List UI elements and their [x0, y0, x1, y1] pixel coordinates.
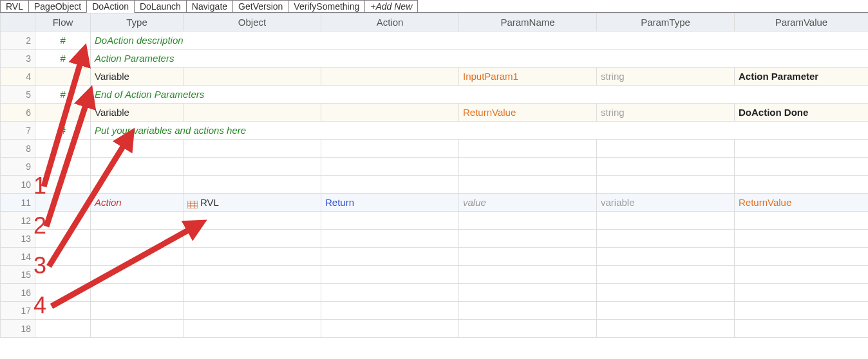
tab-doaction[interactable]: DoAction — [86, 0, 135, 13]
arrow-4 — [0, 0, 868, 338]
svg-line-9 — [52, 224, 200, 306]
